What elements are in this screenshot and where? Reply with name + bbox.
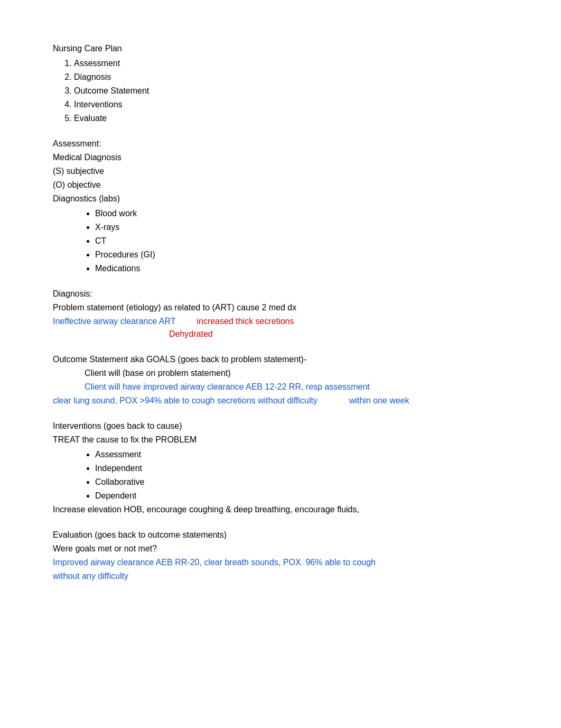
evaluation-blue2: without any difficulty: [53, 570, 508, 583]
diagnosis-blue2: Dehydrated: [169, 329, 213, 338]
page-title: Nursing Care Plan: [53, 44, 122, 53]
evaluation-section: Evaluation (goes back to outcome stateme…: [53, 529, 508, 583]
outcome-section: Outcome Statement aka GOALS (goes back t…: [53, 353, 508, 407]
intervention-item-2: Independent: [95, 462, 508, 475]
outcome-blue2: clear lung sound, POX >94% able to cough…: [53, 394, 317, 407]
evaluation-heading: Evaluation (goes back to outcome stateme…: [53, 529, 508, 541]
assessment-heading: Assessment:: [53, 137, 508, 150]
outcome-blue-block: Client will have improved airway clearan…: [85, 381, 508, 393]
lab-item-3: CT: [95, 235, 508, 247]
interventions-section: Interventions (goes back to cause) TREAT…: [53, 420, 508, 516]
lab-item-4: Procedures (GI): [95, 248, 508, 261]
diagnosis-line1: Problem statement (etiology) as related …: [53, 301, 508, 314]
diagnosis-color-line1: Ineffective airway clearance ART increas…: [53, 315, 508, 328]
interventions-line1: TREAT the cause to fix the PROBLEM: [53, 434, 508, 446]
toc-item-3: Outcome Statement: [74, 85, 508, 97]
interventions-line2: Increase elevation HOB, encourage coughi…: [53, 503, 508, 516]
title-section: Nursing Care Plan Assessment Diagnosis O…: [53, 42, 508, 125]
interventions-heading: Interventions (goes back to cause): [53, 420, 508, 432]
diagnosis-blue1: Ineffective airway clearance ART: [53, 315, 175, 328]
toc-item-1: Assessment: [74, 57, 508, 70]
assessment-line3: (O) objective: [53, 179, 508, 191]
toc-list: Assessment Diagnosis Outcome Statement I…: [74, 57, 508, 125]
toc-item-4: Interventions: [74, 98, 508, 111]
intervention-item-4: Dependent: [95, 490, 508, 502]
lab-item-2: X-rays: [95, 221, 508, 234]
diagnosis-red1: increased thick secretions: [197, 315, 294, 328]
diagnosis-color-line2: Dehydrated: [169, 328, 508, 340]
diagnosis-heading: Diagnosis:: [53, 288, 508, 300]
outcome-blue3: within one week: [349, 394, 409, 407]
outcome-last-line: clear lung sound, POX >94% able to cough…: [53, 394, 508, 407]
assessment-section: Assessment: Medical Diagnosis (S) subjec…: [53, 137, 508, 275]
intervention-item-3: Collaborative: [95, 476, 508, 489]
outcome-blue1: Client will have improved airway clearan…: [85, 381, 508, 393]
labs-list: Blood work X-rays CT Procedures (GI) Med…: [95, 207, 508, 275]
toc-item-5: Evaluate: [74, 112, 508, 125]
assessment-line4: Diagnostics (labs): [53, 192, 508, 205]
assessment-line1: Medical Diagnosis: [53, 151, 508, 164]
outcome-line1: Client will (base on problem statement): [85, 367, 508, 380]
lab-item-1: Blood work: [95, 207, 508, 220]
intervention-item-1: Assessment: [95, 448, 508, 461]
outcome-heading: Outcome Statement aka GOALS (goes back t…: [53, 353, 508, 366]
assessment-line2: (S) subjective: [53, 165, 508, 178]
lab-item-5: Medications: [95, 262, 508, 275]
interventions-list: Assessment Independent Collaborative Dep…: [95, 448, 508, 502]
evaluation-line1: Were goals met or not met?: [53, 542, 508, 555]
evaluation-blue1: Improved airway clearance AEB RR-20, cle…: [53, 556, 508, 569]
toc-item-2: Diagnosis: [74, 71, 508, 84]
diagnosis-section: Diagnosis: Problem statement (etiology) …: [53, 288, 508, 340]
